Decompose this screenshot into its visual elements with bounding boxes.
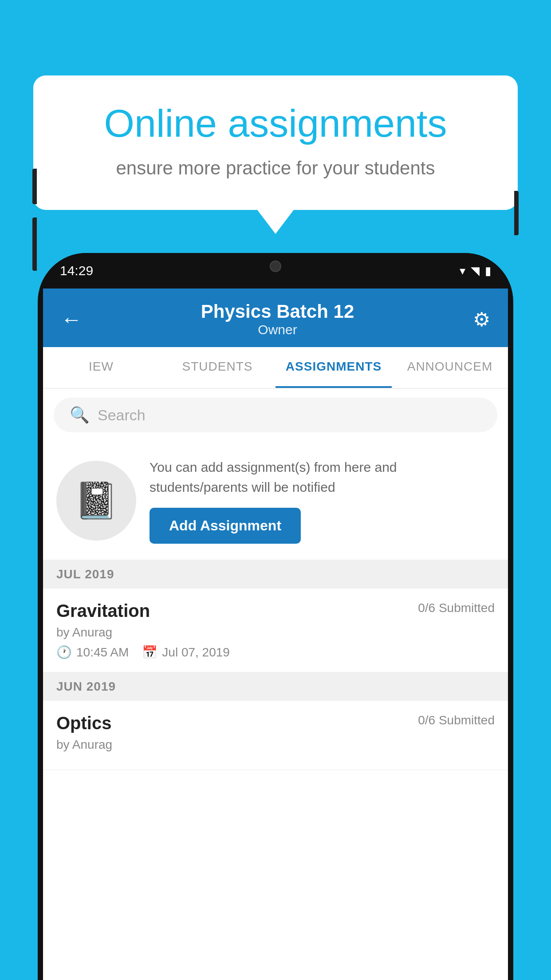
assignment-name: Gravitation <box>56 601 150 621</box>
phone-frame: 14:29 ▾ ◥ ▮ ← Physics Batch 12 Owner ⚙ I… <box>38 253 513 980</box>
promo-icon-circle: 📓 <box>56 461 136 541</box>
status-icons: ▾ ◥ ▮ <box>460 264 491 278</box>
assignment-submitted-optics: 0/6 Submitted <box>418 713 495 727</box>
tab-iew[interactable]: IEW <box>43 347 159 388</box>
assignment-time: 10:45 AM <box>76 645 129 660</box>
status-bar: 14:29 ▾ ◥ ▮ <box>38 253 513 288</box>
app-header: ← Physics Batch 12 Owner ⚙ <box>43 288 508 347</box>
month-header-jul: JUL 2019 <box>43 560 508 589</box>
notebook-icon: 📓 <box>74 480 118 522</box>
tab-assignments[interactable]: ASSIGNMENTS <box>276 347 392 388</box>
calendar-icon: 📅 <box>142 645 157 660</box>
search-placeholder: Search <box>98 407 146 424</box>
assignment-item-optics[interactable]: Optics 0/6 Submitted by Anurag <box>43 701 508 770</box>
volume-up-button <box>32 169 37 204</box>
assignment-by: by Anurag <box>56 625 495 640</box>
month-header-jun: JUN 2019 <box>43 672 508 701</box>
phone-notch <box>236 253 315 280</box>
assignment-item-gravitation[interactable]: Gravitation 0/6 Submitted by Anurag 🕐 10… <box>43 589 508 672</box>
assignment-by-optics: by Anurag <box>56 738 495 752</box>
search-bar[interactable]: 🔍 Search <box>54 398 497 432</box>
promo-content: You can add assignment(s) from here and … <box>150 457 495 544</box>
settings-icon[interactable]: ⚙ <box>473 308 490 331</box>
promo-text: You can add assignment(s) from here and … <box>150 457 495 497</box>
battery-icon: ▮ <box>485 264 491 278</box>
assignment-name-optics: Optics <box>56 713 111 733</box>
tab-students[interactable]: STUDENTS <box>159 347 276 388</box>
promo-section: 📓 You can add assignment(s) from here an… <box>43 441 508 560</box>
status-time: 14:29 <box>60 263 93 278</box>
batch-title: Physics Batch 12 <box>201 301 354 322</box>
speech-bubble-container: Online assignments ensure more practice … <box>33 75 518 210</box>
speech-bubble-title: Online assignments <box>69 102 482 145</box>
batch-role: Owner <box>201 322 354 337</box>
phone-screen: ← Physics Batch 12 Owner ⚙ IEW STUDENTS … <box>43 288 508 980</box>
assignment-submitted: 0/6 Submitted <box>418 601 495 615</box>
signal-icon: ◥ <box>471 264 480 278</box>
assignment-top-row: Gravitation 0/6 Submitted <box>56 601 495 621</box>
wifi-icon: ▾ <box>460 264 465 278</box>
tabs-bar: IEW STUDENTS ASSIGNMENTS ANNOUNCEM <box>43 347 508 389</box>
assignment-time-item: 🕐 10:45 AM <box>56 645 129 660</box>
power-button <box>514 191 519 235</box>
add-assignment-button[interactable]: Add Assignment <box>150 508 301 544</box>
speech-bubble: Online assignments ensure more practice … <box>33 75 518 210</box>
header-title-area: Physics Batch 12 Owner <box>201 301 354 337</box>
volume-down-button <box>32 217 37 271</box>
clock-icon: 🕐 <box>56 645 72 660</box>
assignment-date-item: 📅 Jul 07, 2019 <box>142 645 230 660</box>
assignment-meta: 🕐 10:45 AM 📅 Jul 07, 2019 <box>56 645 495 660</box>
assignment-top-row-optics: Optics 0/6 Submitted <box>56 713 495 733</box>
back-button[interactable]: ← <box>61 307 82 332</box>
camera <box>270 261 281 272</box>
search-icon: 🔍 <box>70 406 90 424</box>
assignment-date: Jul 07, 2019 <box>162 645 230 660</box>
search-container: 🔍 Search <box>43 389 508 441</box>
speech-bubble-subtitle: ensure more practice for your students <box>69 158 482 179</box>
tab-announcements[interactable]: ANNOUNCEM <box>392 347 508 388</box>
